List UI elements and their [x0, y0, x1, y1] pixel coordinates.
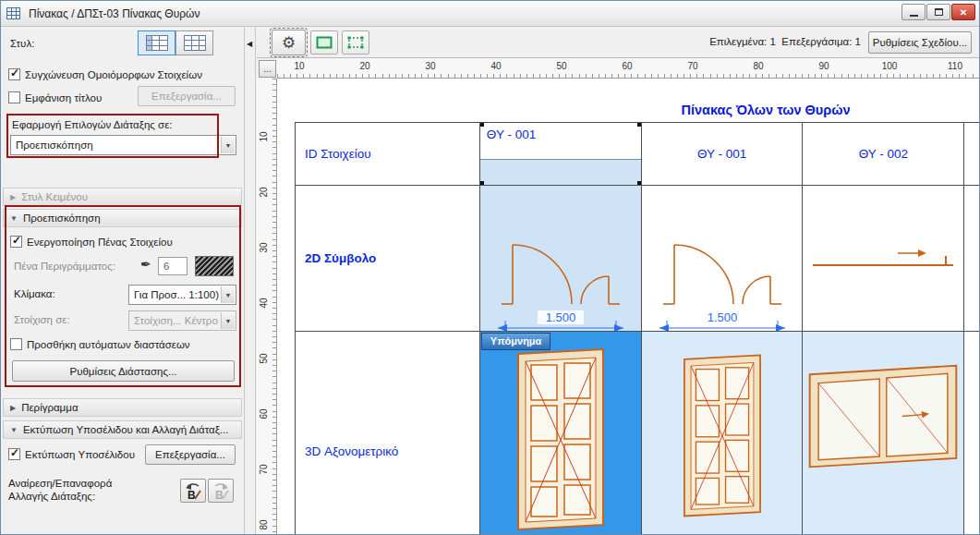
selected-label: Επιλεγμένα: — [709, 36, 767, 47]
v-ruler-label: 20 — [259, 181, 272, 203]
pen-color-swatch-button[interactable] — [195, 256, 234, 276]
chevron-right-icon: ▶ — [10, 193, 16, 201]
selection-handle[interactable] — [480, 123, 484, 127]
checkbox-unchecked[interactable] — [10, 338, 22, 350]
select-area-button[interactable] — [310, 30, 338, 55]
checkbox-checked[interactable] — [8, 448, 20, 460]
settings-sidebar: Στυλ: Συγχώνευση Ομοιόμορφων Στοιχείων Ε… — [1, 27, 244, 534]
edit-title-button[interactable]: Επεξεργασία... — [138, 86, 236, 106]
dimension-settings-button[interactable]: Ρυθμίσεις Διάστασης... — [12, 360, 235, 382]
grid-with-header-icon — [146, 35, 168, 51]
window-title: Πίνακας / ΔΠΣτ-03 Πίνακας Θυρών — [29, 7, 200, 20]
h-ruler-label: 10 — [290, 61, 309, 71]
edit-footer-button[interactable]: Επεξεργασία... — [145, 444, 236, 465]
scale-value: Για Προσ... 1:100) — [134, 289, 219, 300]
axon-cell-empty[interactable] — [964, 332, 979, 534]
id-edit-field[interactable]: ΘΥ - 001 — [480, 123, 641, 160]
table-row-2d-symbol: 2D Σύμβολο — [295, 186, 979, 332]
section-preview-label: Προεπισκόπηση — [23, 213, 101, 224]
minimize-button[interactable] — [901, 4, 926, 20]
collapse-left-icon: ◀ — [247, 40, 252, 48]
align-dropdown[interactable]: Στοίχιση... Κέντρο ▼ — [128, 310, 236, 331]
section-footer-print-label: Εκτύπωση Υποσέλιδου και Αλλαγή Διάταξ... — [23, 424, 229, 435]
id-cell-empty[interactable] — [964, 123, 979, 186]
v-ruler-label: 50 — [259, 347, 272, 370]
undo-redo-label: Αναίρεση/Επαναφορά Αλλαγής Διάταξης: — [8, 477, 112, 503]
symbol-cell-door3[interactable] — [803, 186, 964, 332]
h-ruler-label: 110 — [946, 61, 964, 71]
h-ruler-label: 40 — [487, 61, 505, 71]
show-title-checkbox[interactable]: Εμφάνιση τίτλου — [8, 91, 102, 103]
symbol-cell-empty[interactable] — [964, 186, 979, 332]
horizontal-ruler: 10 20 30 40 50 60 70 80 90 100 110 — [277, 58, 979, 79]
axon-cell-door2[interactable] — [642, 332, 804, 534]
title-bar: Πίνακας / ΔΠΣτ-03 Πίνακας Θυρών ✕ — [1, 1, 979, 27]
pen-nib-icon: ✒ — [140, 257, 151, 272]
id-cell-door2[interactable]: ΘΥ - 001 — [642, 123, 804, 186]
id-cell-door3[interactable]: ΘΥ - 002 — [803, 123, 964, 186]
enable-element-pen-checkbox[interactable]: Ενεργοποίηση Πένας Στοιχείου — [10, 236, 173, 248]
checkbox-unchecked[interactable] — [8, 91, 20, 103]
table-row-id: ID Στοιχείου ΘΥ - 001 ΘΥ - 001 ΘΥ - 002 — [295, 123, 979, 186]
id-row-label-text: ID Στοιχείου — [305, 147, 371, 161]
sliding-door-plan-symbol — [809, 243, 957, 276]
green-selection-rect-icon — [316, 36, 333, 49]
pen-number-field[interactable]: 6 — [158, 257, 188, 275]
scale-label: Κλίμακα: — [14, 288, 55, 299]
preview-toolbar: ⚙ Επιλεγμένα: 1 Επεξεργάσιμα: 1 Ρυθμίσει… — [257, 27, 979, 58]
style-grid-view-button[interactable] — [138, 30, 175, 55]
section-footer-print[interactable]: ▼ Εκτύπωση Υποσέλιδου και Αλλαγή Διάταξ.… — [3, 420, 242, 439]
h-ruler-label: 100 — [880, 61, 899, 71]
enable-element-pen-label: Ενεργοποίηση Πένας Στοιχείου — [27, 237, 173, 248]
maximize-button[interactable] — [926, 4, 950, 20]
h-ruler-label: 70 — [684, 61, 702, 71]
id-cell-door1-editing[interactable]: ΘΥ - 001 — [480, 123, 642, 186]
v-ruler-label: 40 — [259, 292, 272, 314]
sidebar-collapse-strip[interactable]: ◀ — [244, 27, 256, 534]
door-plan-symbol: 1.500 — [658, 212, 787, 332]
selection-counts: Επιλεγμένα: 1 Επεξεργάσιμα: 1 — [709, 36, 861, 47]
style-table-view-button[interactable] — [175, 30, 213, 55]
v-ruler-label: 30 — [259, 237, 272, 259]
undo-layout-change-button[interactable]: B — [180, 479, 206, 503]
auto-dimensions-checkbox[interactable]: Προσθήκη αυτόματων διαστάσεων — [10, 338, 190, 350]
redo-layout-change-button[interactable]: B — [208, 479, 234, 503]
drawing-settings-button[interactable]: Ρυθμίσεις Σχεδίου... — [868, 31, 972, 54]
chevron-down-icon: ▼ — [10, 426, 18, 434]
row-label-3d-axon[interactable]: 3D Αξονομετρικό — [296, 332, 480, 534]
settings-gear-button[interactable]: ⚙ — [272, 30, 306, 55]
dimension-text: 1.500 — [707, 310, 737, 324]
row-label-2d-symbol[interactable]: 2D Σύμβολο — [296, 186, 480, 332]
chevron-down-icon: ▼ — [221, 137, 235, 153]
merge-uniform-items-label: Συγχώνευση Ομοιόμορφων Στοιχείων — [25, 69, 202, 80]
scale-dropdown[interactable]: Για Προσ... 1:100) ▼ — [128, 285, 236, 305]
apply-layout-options-label: Εφαρμογή Επιλογών Διάταξης σε: — [12, 119, 172, 130]
schedule-preview-canvas[interactable]: Πίνακας Όλων των Θυρών ID Στοιχείου ΘΥ -… — [277, 79, 979, 534]
axon-cell-door1-selected[interactable]: Υπόμνημα — [480, 332, 642, 534]
apply-layout-options-value: Προεπισκόπηση — [16, 140, 93, 151]
undo-redo-label-line1: Αναίρεση/Επαναφορά — [8, 478, 112, 489]
undo-arrow-icon: B — [183, 480, 203, 501]
symbol-cell-door2[interactable]: 1.500 — [642, 186, 804, 332]
symbol-cell-door1-selected[interactable]: 1.500 — [480, 186, 642, 332]
row-label-id[interactable]: ID Στοιχείου — [296, 123, 480, 186]
stretch-marquee-button[interactable] — [342, 30, 369, 55]
axon-row-label-text: 3D Αξονομετρικό — [305, 444, 398, 458]
section-preview[interactable]: ▼ Προεπισκόπηση — [3, 209, 242, 227]
close-button[interactable]: ✕ — [951, 4, 975, 20]
h-ruler-label: 60 — [618, 61, 636, 71]
plain-grid-icon — [184, 35, 206, 51]
apply-layout-options-dropdown[interactable]: Προεπισκόπηση ▼ — [10, 135, 236, 155]
v-ruler-label: 70 — [259, 458, 272, 480]
schedule-title-row[interactable]: Πίνακας Όλων των Θυρών — [295, 97, 979, 123]
chevron-right-icon: ▶ — [10, 404, 16, 412]
section-text-style[interactable]: ▶ Στυλ Κειμένου — [3, 188, 242, 206]
section-outline[interactable]: ▶ Περίγραμμα — [3, 398, 242, 417]
merge-uniform-items-checkbox[interactable]: Συγχώνευση Ομοιόμορφων Στοιχείων — [8, 68, 202, 80]
checkbox-checked[interactable] — [8, 68, 20, 80]
show-title-label: Εμφάνιση τίτλου — [25, 92, 102, 103]
print-footer-checkbox[interactable]: Εκτύπωση Υποσέλιδου — [8, 448, 135, 460]
axon-cell-door3[interactable] — [803, 332, 964, 534]
checkbox-checked[interactable] — [10, 236, 22, 248]
ruler-options-button[interactable]: ... — [259, 60, 276, 78]
